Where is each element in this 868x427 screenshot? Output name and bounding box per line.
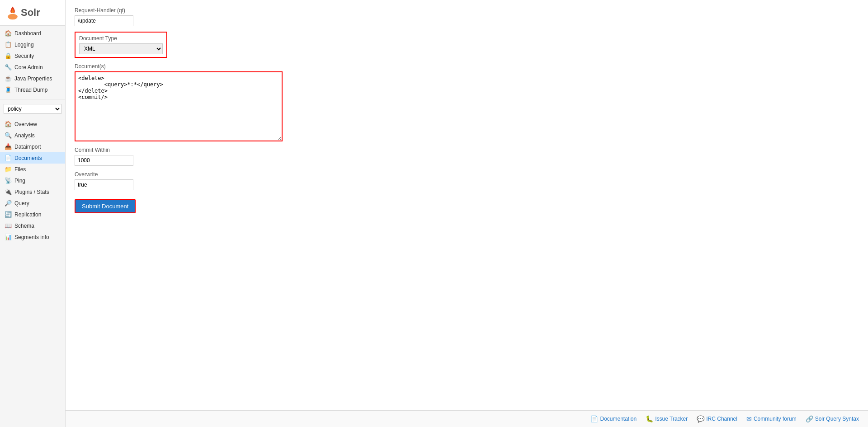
sidebar-collection-section: 🏠 Overview 🔍 Analysis 📥 Dataimport 📄 Doc… [0,117,65,244]
sidebar-item-query-label: Query [14,200,29,206]
sidebar-item-core-admin-label: Core Admin [14,64,43,70]
sidebar-item-logging-label: Logging [14,42,34,48]
solr-query-syntax-icon: 🔗 [806,415,813,422]
community-forum-icon: ✉ [746,415,752,422]
document-type-group: Document Type XML JSON CSV Document Buil… [75,32,167,58]
segments-info-icon: 📊 [5,234,12,240]
sidebar-item-segments-info-label: Segments info [14,234,49,240]
request-handler-group: Request-Handler (qt) [75,7,859,26]
sidebar: Solr 🏠 Dashboard 📋 Logging 🔒 Security 🔧 … [0,0,66,427]
footer-community-forum-label: Community forum [754,416,797,422]
sidebar-item-security[interactable]: 🔒 Security [0,50,65,61]
sidebar-item-dataimport[interactable]: 📥 Dataimport [0,141,65,152]
issue-tracker-icon: 🐛 [646,415,653,422]
sidebar-item-thread-dump-label: Thread Dump [14,87,47,93]
sidebar-item-plugins-stats-label: Plugins / Stats [14,189,49,195]
sidebar-item-segments-info[interactable]: 📊 Segments info [0,231,65,243]
request-handler-input[interactable] [75,15,133,26]
footer-documentation-link[interactable]: 📄 Documentation [590,415,637,422]
overwrite-input[interactable] [75,179,133,190]
sidebar-item-dashboard-label: Dashboard [14,30,41,37]
ping-icon: 📡 [5,177,12,184]
dataimport-icon: 📥 [5,143,12,150]
core-admin-icon: 🔧 [5,64,12,70]
document-type-label: Document Type [79,35,163,42]
sidebar-item-overview[interactable]: 🏠 Overview [0,118,65,130]
sidebar-item-files[interactable]: 📁 Files [0,164,65,175]
sidebar-item-thread-dump[interactable]: 🧵 Thread Dump [0,84,65,95]
sidebar-item-dataimport-label: Dataimport [14,144,41,150]
commit-within-label: Commit Within [75,147,859,153]
overwrite-label: Overwrite [75,171,859,178]
solr-logo: Solr [0,0,65,26]
sidebar-item-plugins-stats[interactable]: 🔌 Plugins / Stats [0,186,65,197]
sidebar-item-logging[interactable]: 📋 Logging [0,39,65,50]
files-icon: 📁 [5,166,12,173]
solr-logo-icon [5,5,21,21]
documents-icon: 📄 [5,155,12,161]
sidebar-item-java-properties[interactable]: ☕ Java Properties [0,73,65,84]
collection-select[interactable]: policy [4,104,61,114]
sidebar-item-analysis-label: Analysis [14,132,35,139]
document-type-select[interactable]: XML JSON CSV Document Builder [79,43,163,54]
replication-icon: 🔄 [5,211,12,218]
sidebar-item-security-label: Security [14,53,34,59]
footer-solr-query-syntax-link[interactable]: 🔗 Solr Query Syntax [806,415,859,422]
sidebar-item-replication[interactable]: 🔄 Replication [0,209,65,220]
irc-channel-icon: 💬 [697,415,704,422]
request-handler-label: Request-Handler (qt) [75,7,859,14]
dashboard-icon: 🏠 [5,30,12,37]
collection-select-wrap: policy [0,101,65,117]
footer-irc-channel-label: IRC Channel [706,416,737,422]
content-area: Request-Handler (qt) Document Type XML J… [66,0,868,410]
sidebar-item-documents-label: Documents [14,155,42,161]
footer-documentation-label: Documentation [600,416,637,422]
documents-textarea[interactable]: <delete> <query>*:*</query> </delete> <c… [75,71,283,141]
sidebar-item-schema-label: Schema [14,223,34,229]
footer-issue-tracker-link[interactable]: 🐛 Issue Tracker [646,415,688,422]
sidebar-item-documents[interactable]: 📄 Documents [0,152,65,164]
footer-community-forum-link[interactable]: ✉ Community forum [746,415,797,422]
sidebar-item-schema[interactable]: 📖 Schema [0,220,65,231]
overview-icon: 🏠 [5,121,12,127]
footer-irc-channel-link[interactable]: 💬 IRC Channel [697,415,737,422]
analysis-icon: 🔍 [5,132,12,139]
commit-within-input[interactable] [75,155,133,166]
sidebar-item-core-admin[interactable]: 🔧 Core Admin [0,61,65,73]
plugins-stats-icon: 🔌 [5,188,12,195]
solr-logo-text: Solr [21,7,40,19]
footer-solr-query-syntax-label: Solr Query Syntax [815,416,859,422]
logging-icon: 📋 [5,41,12,48]
documents-group: Document(s) <delete> <query>*:*</query> … [75,63,859,141]
sidebar-item-ping[interactable]: 📡 Ping [0,175,65,186]
sidebar-item-dashboard[interactable]: 🏠 Dashboard [0,28,65,39]
sidebar-item-replication-label: Replication [14,211,41,218]
security-icon: 🔒 [5,52,12,59]
commit-within-group: Commit Within [75,147,859,166]
footer-issue-tracker-label: Issue Tracker [655,416,688,422]
sidebar-item-files-label: Files [14,166,26,173]
sidebar-item-query[interactable]: 🔎 Query [0,197,65,209]
sidebar-item-ping-label: Ping [14,178,25,184]
documentation-icon: 📄 [590,415,598,422]
sidebar-item-overview-label: Overview [14,121,37,127]
sidebar-top-section: 🏠 Dashboard 📋 Logging 🔒 Security 🔧 Core … [0,26,65,97]
overwrite-group: Overwrite [75,171,859,190]
main-content: Request-Handler (qt) Document Type XML J… [66,0,868,427]
footer: 📄 Documentation 🐛 Issue Tracker 💬 IRC Ch… [66,410,868,427]
schema-icon: 📖 [5,222,12,229]
sidebar-item-java-properties-label: Java Properties [14,75,52,82]
query-icon: 🔎 [5,200,12,206]
documents-label: Document(s) [75,63,859,70]
svg-point-0 [8,14,18,20]
thread-dump-icon: 🧵 [5,86,12,93]
submit-document-button[interactable]: Submit Document [75,199,136,213]
sidebar-item-analysis[interactable]: 🔍 Analysis [0,130,65,141]
java-properties-icon: ☕ [5,75,12,82]
